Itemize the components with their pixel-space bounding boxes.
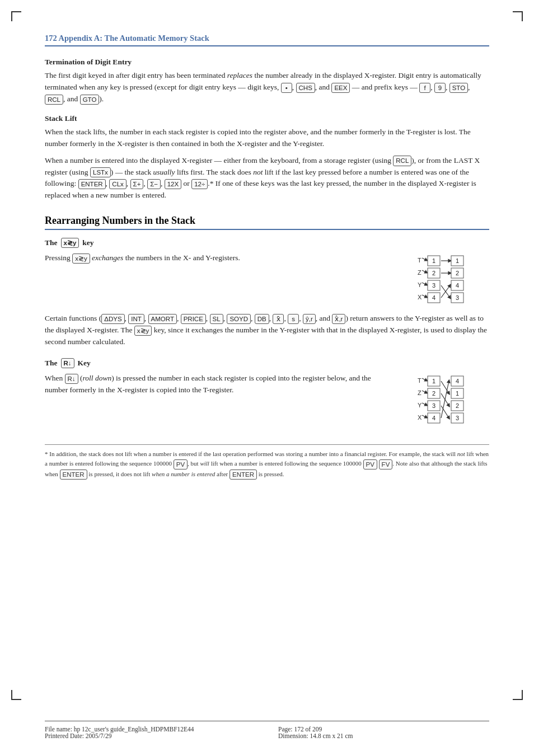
key-fv: FV (379, 459, 393, 469)
key-xey3: x≷y (134, 326, 152, 336)
key-int: INT (128, 314, 144, 324)
corner-tr (513, 11, 523, 21)
key-soyd: SOYD (227, 314, 251, 324)
xey-p1: Pressing x≷y exchanges the numbers in th… (45, 252, 394, 264)
key-twelve-div: 12÷ (191, 179, 208, 189)
xey-diagram-svg: T 1 1 Z 2 (411, 253, 489, 305)
page-header-title: 172 Appendix A: The Automatic Memory Sta… (45, 34, 209, 43)
key-pv2: PV (363, 459, 377, 469)
svg-text:X: X (418, 294, 422, 300)
key-sl: SL (210, 314, 223, 324)
key-xey: x≷y (61, 238, 79, 248)
key-gto: GTO (80, 95, 100, 105)
roll-down-section: The R↓ Key When R↓ (roll down) is presse… (45, 358, 489, 428)
footer: File name: hp 12c_user's guide_English_H… (45, 721, 489, 739)
key-roll-down2: R↓ (65, 374, 78, 384)
key-eex: EEX (331, 83, 350, 93)
termination-p1: The first digit keyed in after digit ent… (45, 70, 489, 105)
stack-lift-title: Stack Lift (45, 114, 489, 123)
key-dot: • (281, 83, 292, 93)
roll-down-p1: When R↓ (roll down) is pressed the numbe… (45, 373, 394, 396)
svg-text:Z: Z (418, 389, 421, 396)
svg-text:Z: Z (418, 269, 421, 276)
key-f: f (419, 83, 430, 93)
svg-text:Y: Y (418, 281, 422, 288)
roll-down-header: The R↓ Key (45, 358, 489, 368)
svg-line-15 (422, 283, 427, 285)
stack-lift-p2: When a number is entered into the displa… (45, 155, 489, 202)
footer-page: Page: 172 of 209 (278, 726, 489, 732)
page: 172 Appendix A: The Automatic Memory Sta… (0, 0, 534, 756)
key-rcl2: RCL (393, 156, 411, 166)
svg-line-33 (422, 391, 427, 393)
corner-br (513, 690, 523, 700)
xey-diagram: T 1 1 Z 2 (411, 253, 489, 307)
xey-key-header: The x≷y key (45, 238, 489, 248)
svg-text:4: 4 (432, 294, 435, 301)
svg-line-46 (441, 393, 449, 406)
key-db: DB (255, 314, 269, 324)
svg-text:3: 3 (432, 282, 435, 289)
key-s: s (288, 314, 299, 324)
key-enter3: ENTER (60, 469, 87, 480)
footer-right: Page: 172 of 209 Dimension: 14.8 cm x 21… (278, 726, 489, 739)
svg-line-29 (422, 378, 427, 381)
termination-section: Termination of Digit Entry The first dig… (45, 58, 489, 105)
svg-text:2: 2 (456, 270, 459, 276)
footer-filename: File name: hp 12c_user's guide_English_H… (45, 726, 256, 732)
svg-text:1: 1 (456, 390, 459, 397)
svg-text:1: 1 (432, 378, 435, 384)
svg-text:Y: Y (418, 402, 422, 408)
key-xbar: x̄ (273, 314, 284, 324)
svg-line-1 (422, 258, 427, 260)
footer-print-date: Printered Date: 2005/7/29 (45, 732, 256, 739)
svg-text:3: 3 (456, 294, 459, 301)
key-pv: PV (174, 459, 188, 469)
corner-tl (11, 11, 21, 21)
footnote: * In addition, the stack does not lift w… (45, 444, 489, 480)
key-enter4: ENTER (229, 469, 257, 480)
svg-text:3: 3 (456, 415, 459, 421)
rearranging-title: Rearranging Numbers in the Stack (45, 215, 489, 230)
key-price: PRICE (181, 314, 206, 324)
svg-text:2: 2 (456, 402, 459, 409)
svg-text:2: 2 (432, 390, 435, 397)
svg-text:2: 2 (432, 270, 435, 276)
svg-text:X: X (418, 414, 422, 421)
roll-down-content-row: When R↓ (roll down) is pressed the numbe… (45, 373, 489, 428)
key-rcl: RCL (45, 95, 63, 105)
roll-down-diagram: T 1 Z 2 Y 3 X (411, 374, 489, 428)
roll-down-header-word: The (45, 359, 58, 368)
key-nine: 9 (434, 83, 446, 93)
key-sto: STO (449, 83, 468, 93)
svg-line-20 (422, 295, 427, 297)
svg-text:1: 1 (432, 257, 435, 264)
svg-text:3: 3 (432, 402, 435, 409)
xey-p2: Certain functions (ΔDYS, INT, AMORT, PRI… (45, 313, 489, 348)
key-sigma-minus: Σ− (147, 179, 161, 189)
svg-text:T: T (418, 257, 421, 264)
key-lstx: LSTx (90, 167, 111, 177)
svg-text:4: 4 (456, 282, 459, 289)
xey-content-row: Pressing x≷y exchanges the numbers in th… (45, 252, 489, 307)
key-chs: CHS (296, 83, 315, 93)
corner-bl (11, 690, 21, 700)
roll-down-text-col: When R↓ (roll down) is pressed the numbe… (45, 373, 394, 401)
key-clx: CLx (109, 179, 126, 189)
key-xhatr: x̂,r (332, 314, 345, 324)
xey-header-word: The (45, 238, 58, 247)
termination-title: Termination of Digit Entry (45, 58, 489, 67)
key-enter: ENTER (78, 179, 106, 189)
svg-text:4: 4 (432, 415, 435, 421)
key-ddys: ΔDYS (101, 314, 124, 324)
key-roll-down: R↓ (61, 358, 74, 368)
key-sigma-plus: Σ+ (130, 179, 144, 189)
roll-down-header-suffix: Key (78, 359, 91, 368)
footer-left: File name: hp 12c_user's guide_English_H… (45, 726, 256, 739)
roll-down-diagram-svg: T 1 Z 2 Y 3 X (411, 374, 489, 425)
svg-text:4: 4 (456, 378, 459, 384)
xey-key-section: The x≷y key Pressing x≷y exchanges the n… (45, 238, 489, 348)
xey-header-suffix: key (82, 238, 93, 247)
key-xey2: x≷y (72, 253, 90, 264)
svg-text:1: 1 (456, 257, 459, 264)
